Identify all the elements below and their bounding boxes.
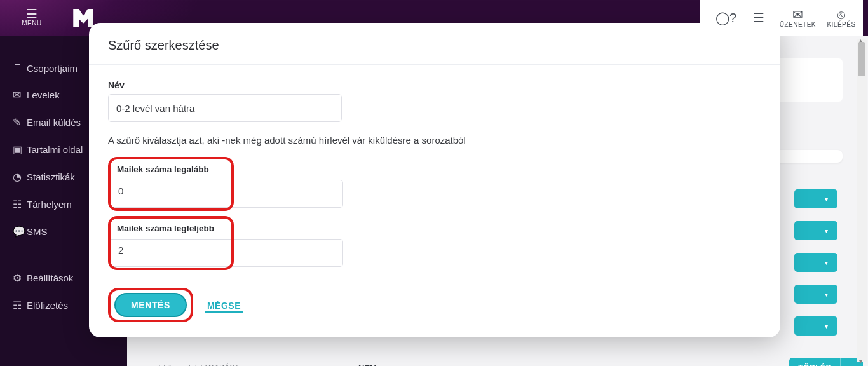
mail-icon: ✉ [13,89,27,101]
mail-icon: ✉ [792,8,804,21]
logout-label: KILÉPÉS [827,21,855,28]
bg-pill-5[interactable]: ▾ [794,316,837,336]
help-button[interactable]: ◯? [714,11,739,24]
help-icon: ◯? [715,11,737,24]
sidebar-item-label: Levelek [27,90,60,100]
menu-icon: ☰ [26,10,38,18]
clipboard-icon: 🗒 [13,62,27,74]
modal-description: A szűrő kiválasztja azt, aki -nek még ad… [108,135,761,146]
min-mails-label: Mailek száma legalább [117,165,225,174]
bg-pill-1[interactable]: ▾ [794,189,837,208]
max-mails-input[interactable] [117,238,226,261]
bg-row-bottom: írt üzenetet TAGADÁSA NEM TÖRLÉS ▾ [159,351,863,366]
card-icon: ☶ [13,299,27,311]
modal-body: Név A szűrő kiválasztja azt, aki -nek mé… [89,65,780,270]
name-label: Név [108,80,761,90]
messages-button[interactable]: ✉ ÜZENETEK [780,8,816,28]
max-mails-label: Mailek száma legfeljebb [117,224,225,233]
scroll-down-icon: ▾ [859,358,862,365]
top-bar-right: ◯? ☰ ✉ ÜZENETEK ⎋ KILÉPÉS [700,0,863,36]
menu-label: MENÜ [22,20,41,27]
scrollbar-thumb[interactable] [858,42,865,76]
chevron-down-icon: ▾ [815,189,837,208]
filter-edit-modal: Szűrő szerkesztése Név A szűrő kiválaszt… [89,23,780,337]
chevron-down-icon: ▾ [815,253,837,272]
max-mails-group: Mailek száma legfeljebb [108,216,234,270]
sidebar-item-label: SMS [27,226,48,237]
sidebar-item-label: Email küldés [27,117,81,128]
save-button[interactable]: MENTÉS [114,293,187,317]
bg-pill-4[interactable]: ▾ [794,285,837,304]
min-mails-group: Mailek száma legalább [108,157,234,211]
modal-actions: MENTÉS MÉGSE [89,276,780,337]
sidebar-item-label: Beállítások [27,273,73,283]
sidebar-item-label: Statisztikák [27,172,75,182]
bg-row-mid: NEM [358,363,377,367]
delete-label: TÖRLÉS [789,358,840,366]
form-icon: ☰ [753,11,765,24]
bg-row-text: írt üzenetet TAGADÁSA [159,363,240,366]
name-input[interactable] [108,94,342,122]
sms-icon: 💬 [13,226,27,238]
sidebar-item-label: Tárhelyem [27,199,72,210]
bg-pill-3[interactable]: ▾ [794,253,837,272]
storage-icon: ☷ [13,198,27,210]
messages-label: ÜZENETEK [780,21,816,28]
chevron-down-icon: ▾ [815,221,837,240]
min-mails-input[interactable] [117,179,226,202]
forms-button[interactable]: ☰ [747,11,772,24]
delete-button[interactable]: TÖRLÉS ▾ [789,358,863,366]
logout-icon: ⎋ [837,8,846,21]
sidebar-item-label: Előfizetés [27,300,68,311]
modal-header: Szűrő szerkesztése [89,23,780,65]
sidebar-item-label: Tartalmi oldal [27,144,83,155]
book-icon: ▣ [13,144,27,156]
pie-icon: ◔ [13,171,27,183]
name-field: Név [108,80,761,122]
logout-button[interactable]: ⎋ KILÉPÉS [824,8,859,28]
bg-pill-2[interactable]: ▾ [794,221,837,240]
chevron-down-icon: ▾ [815,285,837,304]
save-button-highlight: MENTÉS [108,288,193,322]
gear-icon: ⚙ [13,272,27,284]
scrollbar[interactable]: ▴ ▾ [857,39,867,362]
menu-button[interactable]: ☰ MENÜ [13,10,51,27]
modal-title: Szűrő szerkesztése [108,38,761,53]
cancel-button[interactable]: MÉGSE [205,298,243,313]
chevron-down-icon: ▾ [815,316,837,336]
sidebar-item-label: Csoportjaim [27,63,78,74]
edit-icon: ✎ [13,116,27,128]
